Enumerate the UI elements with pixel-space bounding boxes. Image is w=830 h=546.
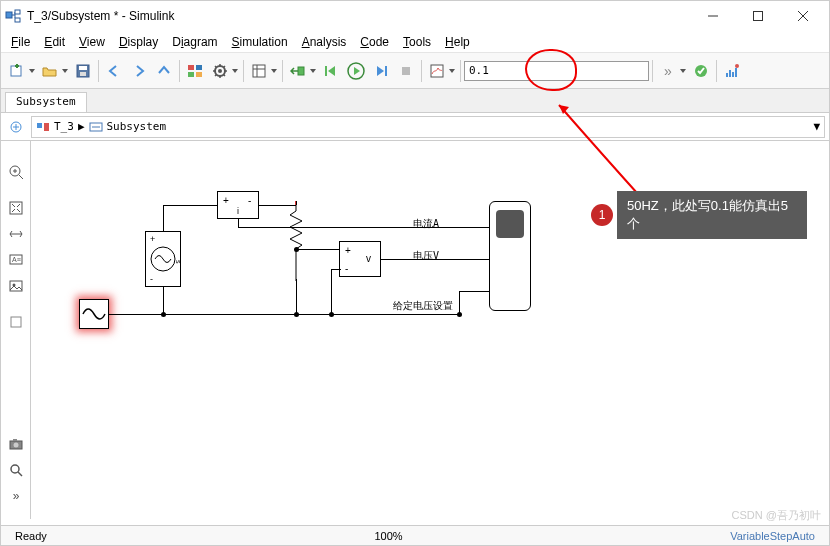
svg-rect-37: [11, 317, 21, 327]
open-button[interactable]: [38, 59, 70, 83]
svg-rect-32: [10, 202, 22, 214]
annotation-tool-icon[interactable]: A≡: [5, 249, 27, 271]
screenshot-icon[interactable]: [5, 433, 27, 455]
back-button[interactable]: [102, 59, 126, 83]
port-label-voltage: 电压V: [413, 249, 439, 263]
image-tool-icon[interactable]: [5, 275, 27, 297]
window-title: T_3/Subsystem * - Simulink: [27, 9, 690, 23]
svg-rect-19: [402, 67, 410, 75]
svg-rect-10: [196, 65, 202, 70]
model-tab-row: Subsystem: [1, 89, 829, 113]
run-button[interactable]: [344, 59, 368, 83]
forward-button[interactable]: [127, 59, 151, 83]
palette-bottom: »: [1, 433, 31, 507]
step-back-button[interactable]: [319, 59, 343, 83]
svg-text:i: i: [237, 206, 239, 216]
svg-rect-2: [15, 18, 20, 22]
minimize-button[interactable]: [690, 2, 735, 30]
svg-rect-11: [196, 72, 202, 77]
new-model-button[interactable]: [5, 59, 37, 83]
svg-rect-28: [37, 123, 42, 128]
svg-text:A≡: A≡: [12, 256, 21, 263]
simulation-mode-button[interactable]: »: [656, 59, 688, 83]
svg-rect-7: [80, 72, 86, 76]
close-button[interactable]: [780, 2, 825, 30]
viewmark-icon[interactable]: [5, 311, 27, 333]
svg-rect-14: [253, 65, 265, 77]
menu-tools[interactable]: Tools: [397, 33, 437, 51]
model-explorer-button[interactable]: [247, 59, 279, 83]
svg-rect-20: [431, 65, 443, 77]
stop-button[interactable]: [394, 59, 418, 83]
zoom-in-icon[interactable]: [5, 161, 27, 183]
menu-display[interactable]: Display: [113, 33, 164, 51]
svg-rect-15: [298, 67, 304, 75]
menu-diagram[interactable]: Diagram: [166, 33, 223, 51]
svg-rect-18: [385, 66, 387, 76]
data-inspector-button[interactable]: [425, 59, 457, 83]
svg-rect-1: [15, 10, 20, 14]
sine-wave-block[interactable]: [79, 299, 109, 329]
voltage-measurement-block[interactable]: +-v: [339, 241, 381, 277]
svg-text:s: s: [175, 260, 180, 264]
svg-text:+: +: [345, 245, 351, 256]
menu-file[interactable]: File: [5, 33, 36, 51]
menu-view[interactable]: View: [73, 33, 111, 51]
breadcrumb-dropdown-icon[interactable]: ▼: [813, 120, 820, 133]
svg-rect-22: [726, 73, 728, 77]
svg-rect-8: [188, 65, 194, 70]
svg-point-13: [218, 69, 222, 73]
maximize-button[interactable]: [735, 2, 780, 30]
svg-rect-16: [325, 66, 327, 76]
stop-time-input[interactable]: [464, 61, 649, 81]
breadcrumb[interactable]: T_3 ▶ Subsystem ▼: [31, 116, 825, 138]
tab-subsystem[interactable]: Subsystem: [5, 92, 87, 112]
svg-text:-: -: [345, 263, 348, 274]
deploy-button[interactable]: [720, 59, 744, 83]
build-button[interactable]: [689, 59, 713, 83]
toggle-perspectives-icon[interactable]: [5, 223, 27, 245]
menu-simulation[interactable]: Simulation: [226, 33, 294, 51]
menu-help[interactable]: Help: [439, 33, 476, 51]
model-icon: [36, 120, 50, 134]
breadcrumb-leaf[interactable]: Subsystem: [107, 120, 167, 133]
step-forward-button[interactable]: [369, 59, 393, 83]
library-browser-button[interactable]: [183, 59, 207, 83]
port-label-current: 电流A: [413, 217, 439, 231]
series-rlc-block[interactable]: [285, 201, 307, 281]
callout-annotation: 1 50HZ，此处写0.1能仿真出5个: [591, 191, 807, 239]
breadcrumb-root[interactable]: T_3: [54, 120, 74, 133]
model-config-button[interactable]: [208, 59, 240, 83]
menu-analysis[interactable]: Analysis: [296, 33, 353, 51]
status-ready: Ready: [7, 530, 55, 542]
svg-text:v: v: [366, 253, 371, 264]
status-zoom: 100%: [366, 530, 410, 542]
breadcrumb-sep-icon: ▶: [78, 120, 85, 133]
svg-rect-29: [44, 123, 49, 131]
scope-block[interactable]: [489, 201, 531, 311]
subsystem-icon: [89, 120, 103, 134]
svg-rect-3: [753, 12, 762, 21]
svg-text:-: -: [248, 195, 251, 206]
fit-to-view-icon[interactable]: [5, 197, 27, 219]
ac-voltage-source-block[interactable]: +-s: [145, 231, 181, 287]
find-icon[interactable]: [5, 459, 27, 481]
svg-rect-51: [13, 439, 17, 441]
breadcrumb-bar: T_3 ▶ Subsystem ▼: [1, 113, 829, 141]
svg-text:+: +: [223, 195, 229, 206]
status-solver[interactable]: VariableStepAuto: [722, 530, 823, 542]
model-browser-icon[interactable]: »: [5, 485, 27, 507]
up-button[interactable]: [152, 59, 176, 83]
menu-edit[interactable]: Edit: [38, 33, 71, 51]
hide-navbar-button[interactable]: [5, 116, 27, 138]
svg-rect-0: [6, 12, 12, 18]
svg-point-52: [11, 465, 19, 473]
svg-rect-24: [732, 72, 734, 77]
menu-code[interactable]: Code: [354, 33, 395, 51]
fast-restart-button[interactable]: [286, 59, 318, 83]
svg-text:+: +: [150, 234, 155, 244]
current-measurement-block[interactable]: +-i: [217, 191, 259, 219]
svg-rect-48: [496, 210, 524, 238]
save-button[interactable]: [71, 59, 95, 83]
svg-point-26: [735, 64, 739, 68]
